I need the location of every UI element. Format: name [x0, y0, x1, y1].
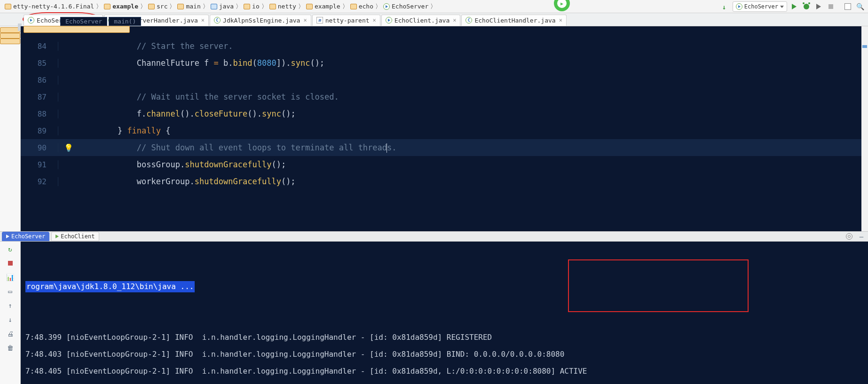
editor-tab[interactable]: EchoClientHandler.java× — [461, 15, 566, 26]
line-number: 87 — [21, 93, 58, 102]
breadcrumb-label: echo — [359, 3, 373, 10]
print-button[interactable]: 🖨 — [6, 329, 15, 338]
clear-button[interactable]: 🗑 — [6, 343, 15, 353]
editor-tab[interactable]: EchoClient.java× — [381, 15, 461, 26]
breadcrumb-item[interactable]: example — [102, 0, 140, 13]
hide-button[interactable]: — — [857, 232, 866, 241]
close-tab-button[interactable]: × — [559, 17, 562, 24]
code-content[interactable]: // Shut down all event loops to terminat… — [79, 143, 868, 153]
code-line[interactable]: 89 } finally { — [21, 122, 868, 139]
code-line[interactable]: 92 workerGroup.shutdownGracefully(); — [21, 173, 868, 190]
breadcrumb-item[interactable]: netty — [268, 0, 298, 13]
layout-button[interactable]: ▭ — [6, 287, 15, 296]
code-content[interactable]: bossGroup.shutdownGracefully(); — [79, 160, 868, 169]
tab-label: netty-parent — [325, 17, 370, 24]
editor-breadcrumb-item[interactable]: EchoServer — [60, 17, 107, 26]
folder-icon — [350, 4, 357, 9]
editor-tab[interactable]: JdkAlpnSslEngine.java× — [210, 15, 311, 26]
folder-icon — [244, 4, 250, 9]
code-line[interactable]: 84 // Start the server. — [21, 38, 868, 55]
code-line[interactable]: 87 // Wait until the server socket is cl… — [21, 88, 868, 105]
tree-item-label[interactable]: codec-xml [netty-codec-xml] — [24, 26, 130, 33]
code-line[interactable]: 91 bossGroup.shutdownGracefully(); — [21, 156, 868, 173]
coverage-button[interactable] — [813, 1, 824, 12]
folder-icon — [148, 4, 155, 9]
breadcrumb-label: java — [219, 3, 234, 10]
debug-button[interactable] — [801, 1, 812, 12]
run-tab[interactable]: EchoServer — [2, 232, 49, 241]
runnable-class-icon — [386, 17, 392, 24]
stop-run-button[interactable] — [6, 259, 15, 268]
editor-tab[interactable]: netty-parent× — [312, 15, 380, 26]
dump-threads-button[interactable]: 📊 — [6, 273, 15, 282]
breadcrumb-item[interactable]: java — [209, 0, 236, 13]
tree-row[interactable]: − — [0, 39, 20, 44]
line-number: 92 — [21, 177, 58, 186]
breadcrumb-separator-icon: 〉 — [96, 2, 102, 11]
navigation-bar: etty-netty-4.1.6.Final〉 example〉 src〉 ma… — [0, 0, 868, 13]
breadcrumb-item[interactable]: src — [146, 0, 169, 13]
breadcrumb-separator-icon: 〉 — [261, 2, 268, 11]
close-tab-button[interactable]: × — [303, 17, 307, 24]
line-number: 85 — [21, 59, 58, 68]
code-line[interactable]: 88 f.channel().closeFuture().sync(); — [21, 105, 868, 122]
run-button[interactable] — [789, 1, 799, 12]
gear-icon — [846, 233, 852, 240]
play-icon — [55, 235, 59, 238]
code-content[interactable]: ChannelFuture f = b.bind(8080]).sync(); — [79, 58, 868, 68]
class-icon — [466, 17, 472, 24]
code-content[interactable]: f.channel().closeFuture().sync(); — [79, 109, 868, 118]
breadcrumb-separator-icon: 〉 — [169, 2, 175, 11]
down-button[interactable]: ↓ — [6, 315, 15, 324]
console-output[interactable]: rogram\java\jdk1.8.0_112\bin\java ... 7:… — [21, 242, 868, 384]
up-button[interactable]: ↑ — [6, 301, 15, 310]
stop-icon — [829, 4, 833, 9]
close-tab-button[interactable]: × — [373, 17, 376, 24]
code-content[interactable]: workerGroup.shutdownGracefully(); — [79, 177, 868, 186]
code-content[interactable]: // Wait until the server socket is close… — [79, 92, 868, 102]
line-number: 86 — [21, 76, 58, 85]
breadcrumb-item[interactable]: example — [304, 0, 342, 13]
search-everywhere-button[interactable]: 🔍 — [855, 1, 865, 12]
run-indicator-badge-icon — [554, 0, 570, 11]
log-line: 7:48.405 [nioEventLoopGroup-2-1] INFO i.… — [25, 363, 863, 380]
close-tab-button[interactable]: × — [201, 17, 205, 24]
breadcrumb-item[interactable]: EchoServer — [381, 0, 430, 13]
project-tree[interactable]: + + − — [0, 26, 21, 231]
editor-scrollbar[interactable] — [861, 26, 868, 231]
project-structure-button[interactable] — [843, 1, 853, 12]
run-tab[interactable]: EchoClient — [51, 232, 99, 241]
tree-row[interactable]: + — [0, 27, 20, 33]
code-line[interactable]: 85 ChannelFuture f = b.bind(8080]).sync(… — [21, 55, 868, 71]
class-icon — [214, 17, 221, 24]
gutter[interactable]: 💡 — [58, 143, 79, 152]
stop-icon — [8, 261, 13, 266]
code-content[interactable]: } finally { — [79, 126, 868, 135]
run-config-selector[interactable]: EchoServer — [733, 1, 787, 12]
code-editor[interactable]: EchoServer main() 84 // Start the server… — [21, 26, 868, 231]
tab-label: EchoClientHandler.java — [474, 17, 555, 24]
breadcrumb-item[interactable]: io — [242, 0, 261, 13]
code-line[interactable]: 90💡 // Shut down all event loops to term… — [21, 139, 868, 156]
folder-icon — [7, 33, 12, 38]
rerun-button[interactable]: ↻ — [6, 244, 15, 254]
breadcrumb-item[interactable]: main — [175, 0, 202, 13]
run-body: ↻ 📊 ▭ ↑ ↓ 🖨 🗑 rogram\java\jdk1.8.0_112\b… — [0, 242, 868, 384]
code-line[interactable]: 86 — [21, 71, 868, 88]
maven-icon — [316, 17, 323, 24]
code-content[interactable]: // Start the server. — [79, 41, 868, 51]
stop-button[interactable] — [826, 1, 836, 12]
toolbar-separator — [838, 1, 841, 12]
minimize-icon: — — [860, 233, 863, 240]
breadcrumb-label: EchoServer — [392, 3, 428, 10]
close-tab-button[interactable]: × — [453, 17, 456, 24]
tree-row[interactable]: + — [0, 33, 20, 39]
editor-breadcrumb-item[interactable]: main() — [109, 17, 141, 26]
play-icon — [792, 4, 797, 9]
breadcrumb-item[interactable]: etty-netty-4.1.6.Final — [3, 0, 96, 13]
run-tab-bar: EchoServer EchoClient — — [0, 232, 868, 242]
breadcrumb-item[interactable]: echo — [348, 0, 375, 13]
lightbulb-icon[interactable]: 💡 — [64, 143, 73, 152]
update-project-button[interactable] — [720, 1, 731, 12]
settings-button[interactable] — [844, 232, 854, 241]
